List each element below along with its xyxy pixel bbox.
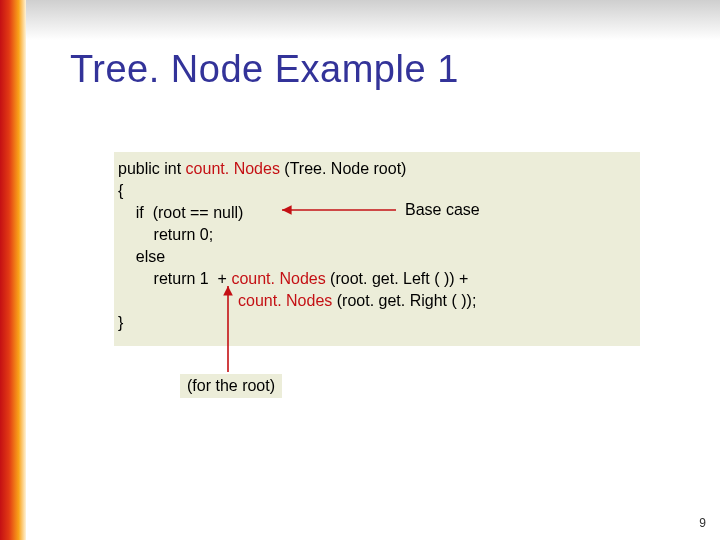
method-name: count. Nodes bbox=[186, 160, 280, 177]
code-block: public int count. Nodes (Tree. Node root… bbox=[118, 158, 476, 334]
code-line-4: return 0; bbox=[118, 226, 213, 243]
recursive-call-left: count. Nodes bbox=[231, 270, 325, 287]
slide-title: Tree. Node Example 1 bbox=[70, 48, 459, 91]
annotation-base-case: Base case bbox=[398, 198, 487, 222]
code-line-3: if (root == null) bbox=[118, 204, 243, 221]
code-line-8: } bbox=[118, 314, 123, 331]
code-line-5: else bbox=[118, 248, 165, 265]
annotation-for-root: (for the root) bbox=[180, 374, 282, 398]
top-shadow bbox=[26, 0, 720, 40]
gradient-sidebar bbox=[0, 0, 26, 540]
code-line-2: { bbox=[118, 182, 123, 199]
recursive-call-right: count. Nodes bbox=[238, 292, 332, 309]
code-line-1: public int count. Nodes (Tree. Node root… bbox=[118, 160, 406, 177]
code-line-6: return 1 + count. Nodes (root. get. Left… bbox=[118, 270, 468, 287]
code-line-7: count. Nodes (root. get. Right ( )); bbox=[118, 292, 476, 309]
page-number: 9 bbox=[699, 516, 706, 530]
